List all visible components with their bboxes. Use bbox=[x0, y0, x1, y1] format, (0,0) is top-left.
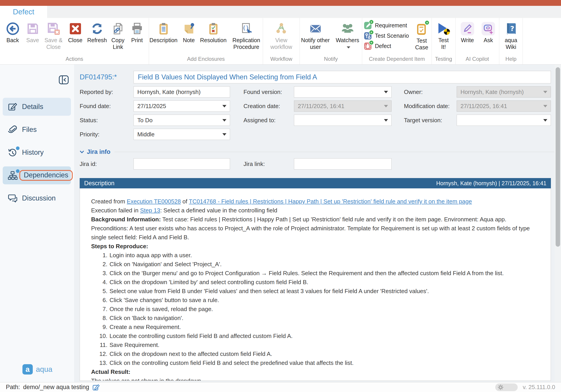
description-panel-header: Description Hornysh, Kate (hornysh) | 27… bbox=[80, 178, 551, 188]
refresh-icon bbox=[90, 21, 104, 37]
jira-info-section-header[interactable]: Jira info bbox=[80, 148, 554, 155]
sidebar-item-history[interactable]: History bbox=[3, 144, 71, 161]
creation-date-label: Creation date: bbox=[243, 103, 294, 110]
step-item: Click on the dropdown 'Limited by' and s… bbox=[109, 278, 541, 286]
jira-collapse-chevron-icon[interactable] bbox=[80, 150, 84, 154]
tab-defect[interactable]: Defect bbox=[0, 6, 47, 18]
sidebar-item-files[interactable]: Files bbox=[3, 121, 71, 138]
ai-ask-button[interactable]: Ask bbox=[480, 21, 496, 43]
notify-other-user-button[interactable]: Notify other user bbox=[301, 21, 330, 50]
main-scrollbar-thumb[interactable] bbox=[556, 67, 560, 247]
create-test-scenario-button[interactable]: + Test Scenario bbox=[364, 32, 409, 40]
jira-link-input[interactable] bbox=[294, 158, 392, 170]
gear-icon bbox=[497, 384, 504, 391]
reported-by-input[interactable] bbox=[133, 86, 230, 97]
description-author-meta: Hornysh, Kate (hornysh) | 27/11/2025, 16… bbox=[436, 180, 546, 187]
jira-info-title: Jira info bbox=[87, 148, 110, 155]
dependencies-highlight-outline: Dependencies bbox=[19, 170, 73, 181]
step-link[interactable]: Step 13 bbox=[140, 207, 160, 214]
plus-badge-icon: + bbox=[425, 20, 430, 25]
sidebar-item-discussion-label: Discussion bbox=[22, 194, 56, 202]
save-label: Save bbox=[26, 37, 39, 43]
create-test-case-button[interactable]: + Test Case bbox=[413, 21, 430, 51]
test-case-link[interactable]: TC014768 - Field rules | Restrictions | … bbox=[189, 198, 472, 205]
version-label: v. 25.111.0.0 bbox=[523, 384, 555, 391]
settings-button[interactable] bbox=[495, 383, 518, 391]
create-test-scenario-label: Test Scenario bbox=[375, 32, 409, 39]
watchers-button[interactable]: Watchers bbox=[334, 21, 361, 50]
aqua-wiki-button[interactable]: ? aqua Wiki bbox=[502, 21, 519, 50]
owner-label: Owner: bbox=[404, 89, 457, 95]
defect-title-input[interactable] bbox=[133, 71, 551, 84]
description-button[interactable]: Description bbox=[149, 21, 178, 43]
notification-dot bbox=[16, 147, 20, 150]
ai-write-label: Write bbox=[461, 37, 474, 43]
description-panel: Description Hornysh, Kate (hornysh) | 27… bbox=[80, 178, 551, 381]
group-label-ai-copilot: AI Copilot bbox=[455, 55, 499, 64]
target-version-label: Target version: bbox=[404, 117, 457, 124]
view-workflow-icon bbox=[275, 21, 288, 37]
execution-link[interactable]: Execution TE000528 bbox=[127, 198, 181, 205]
replication-procedure-button[interactable]: {} Replication Procedure bbox=[230, 21, 263, 50]
main-scrollbar[interactable] bbox=[555, 64, 561, 382]
modification-date-label: Modification date: bbox=[404, 103, 457, 110]
group-label-add-enclosures: Add Enclosures bbox=[149, 55, 263, 64]
ribbon-group-notify: Notify other user Watchers Notify bbox=[300, 18, 362, 64]
refresh-label: Refresh bbox=[87, 37, 107, 43]
sidebar-item-discussion[interactable]: Discussion bbox=[3, 189, 71, 207]
ribbon-group-add-enclosures: Description Note Resolution {} Replicati… bbox=[149, 18, 263, 64]
description-background-paragraph: Background Information: Test case: Field… bbox=[91, 215, 541, 242]
ribbon-group-ai-copilot: Write Ask AI Copilot bbox=[455, 18, 499, 64]
defect-icon: + bbox=[364, 42, 372, 50]
print-button[interactable]: Print bbox=[128, 21, 146, 43]
description-line-execution-failed: Execution failed in Step 13: Select a de… bbox=[91, 206, 541, 215]
notify-other-user-icon bbox=[309, 21, 322, 37]
status-select[interactable] bbox=[133, 115, 230, 126]
sidebar-collapse-button[interactable] bbox=[58, 75, 69, 85]
replication-procedure-icon: {} bbox=[240, 21, 253, 37]
assigned-to-label: Assigned to: bbox=[243, 117, 294, 124]
found-version-select[interactable] bbox=[294, 86, 392, 97]
jira-id-input[interactable] bbox=[133, 158, 230, 170]
resolution-button[interactable]: Resolution bbox=[200, 21, 227, 43]
found-date-select[interactable] bbox=[133, 100, 230, 112]
svg-text:?: ? bbox=[510, 24, 514, 32]
note-button[interactable]: Note bbox=[181, 21, 197, 43]
modification-date-select bbox=[457, 100, 551, 112]
tab-defect-label: Defect bbox=[13, 8, 34, 16]
create-requirement-button[interactable]: + Requirement bbox=[364, 21, 409, 30]
ai-write-button[interactable]: Write bbox=[458, 21, 476, 43]
copy-link-label: Copy Link bbox=[109, 37, 127, 50]
assigned-to-select[interactable] bbox=[294, 115, 392, 126]
create-defect-button[interactable]: + Defect bbox=[364, 42, 409, 50]
view-workflow-button: View workflow bbox=[268, 21, 295, 50]
save-and-close-icon bbox=[47, 21, 61, 37]
copy-link-button[interactable]: Copy Link bbox=[109, 21, 127, 50]
sidebar-item-dependencies[interactable]: Dependencies bbox=[3, 166, 71, 184]
watchers-dropdown-caret[interactable] bbox=[347, 46, 350, 48]
description-line-created-from: Created from Execution TE000528 of TC014… bbox=[91, 197, 541, 206]
save-and-close-label: Save & Close bbox=[43, 37, 65, 50]
resolution-label: Resolution bbox=[200, 37, 227, 43]
details-icon bbox=[8, 102, 18, 112]
step-item: Locate the controlling custom field Fiel… bbox=[109, 331, 541, 340]
priority-select[interactable] bbox=[133, 129, 230, 140]
owner-select bbox=[457, 86, 551, 97]
target-version-select[interactable] bbox=[457, 115, 551, 126]
status-bar: Path: demo/_new aqua testing v. 25.111.0… bbox=[0, 382, 561, 392]
step-item: Create a new Requirement. bbox=[109, 322, 541, 331]
description-panel-body: Created from Execution TE000528 of TC014… bbox=[80, 188, 551, 381]
sidebar-item-details[interactable]: Details bbox=[3, 98, 71, 116]
save-button: Save bbox=[24, 21, 42, 43]
back-button[interactable]: Back bbox=[3, 21, 23, 43]
close-button[interactable]: Close bbox=[66, 21, 85, 43]
section-divider bbox=[114, 152, 554, 152]
actual-result-heading: Actual Result: bbox=[91, 367, 541, 376]
sidebar-item-files-label: Files bbox=[22, 126, 37, 134]
aqua-logo[interactable]: a aqua bbox=[22, 364, 52, 374]
edit-path-icon[interactable] bbox=[92, 383, 100, 391]
jira-id-label: Jira id: bbox=[80, 160, 133, 168]
test-it-button[interactable]: Test It! bbox=[436, 21, 452, 50]
aqua-wiki-label: aqua Wiki bbox=[502, 37, 519, 50]
refresh-button[interactable]: Refresh bbox=[86, 21, 108, 43]
